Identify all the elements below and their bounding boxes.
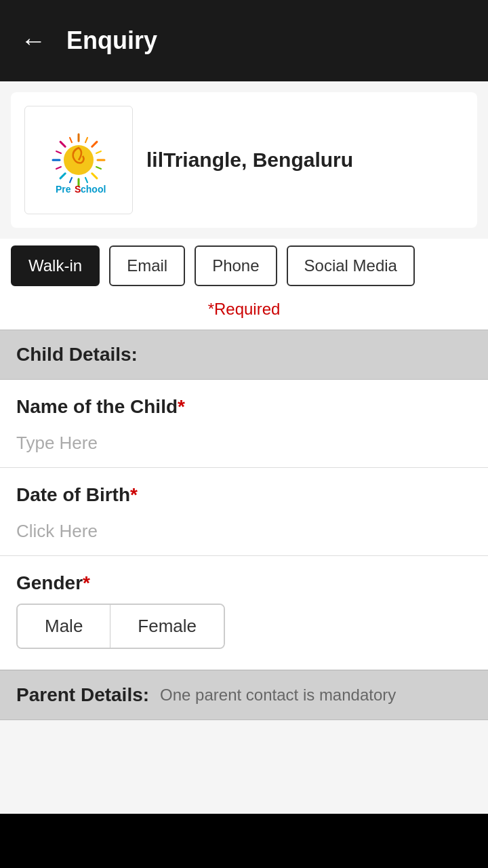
source-btn-walkin[interactable]: Walk-in [11, 245, 100, 286]
svg-line-14 [56, 167, 61, 169]
school-logo: Pre S chool [38, 119, 119, 201]
child-name-label: Name of the Child* [16, 396, 472, 418]
child-details-label: Child Details: [16, 344, 138, 365]
bottom-bar [0, 814, 488, 868]
parent-details-subtext: One parent contact is mandatory [160, 686, 396, 705]
source-btn-email[interactable]: Email [109, 245, 185, 286]
main-content: Pre S chool lilTriangle, Bengaluru Walk-… [0, 81, 488, 814]
school-logo-container: Pre S chool [24, 106, 133, 214]
svg-line-8 [60, 142, 65, 146]
required-row: *Required [0, 293, 488, 330]
svg-line-2 [92, 142, 97, 146]
svg-line-4 [92, 174, 97, 178]
child-details-header: Child Details: [0, 330, 488, 380]
dob-field: Date of Birth* [0, 468, 488, 556]
svg-line-11 [96, 167, 101, 169]
required-text: *Required [208, 300, 281, 318]
back-button[interactable]: ← [20, 28, 46, 54]
dob-input[interactable] [16, 514, 472, 555]
gender-required-star: * [83, 572, 90, 593]
source-btn-phone[interactable]: Phone [195, 245, 277, 286]
svg-text:Pre: Pre [56, 184, 71, 195]
dob-required-star: * [130, 484, 138, 505]
child-name-required-star: * [178, 396, 185, 417]
child-name-field: Name of the Child* [0, 380, 488, 468]
gender-buttons-group: Male Female [16, 604, 225, 649]
svg-line-10 [96, 151, 101, 153]
svg-text:S: S [75, 184, 81, 195]
school-card: Pre S chool lilTriangle, Bengaluru [11, 92, 477, 228]
gender-male-button[interactable]: Male [18, 605, 110, 648]
svg-line-9 [85, 138, 87, 142]
source-btn-socialmedia[interactable]: Social Media [287, 245, 415, 286]
parent-details-label: Parent Details: [16, 684, 149, 706]
svg-line-15 [56, 151, 61, 153]
dob-label: Date of Birth* [16, 484, 472, 506]
school-name: lilTriangle, Bengaluru [146, 149, 353, 172]
svg-line-6 [60, 174, 65, 178]
gender-field: Gender* Male Female [0, 556, 488, 670]
svg-line-13 [70, 178, 72, 182]
child-name-input[interactable] [16, 426, 472, 467]
parent-details-header: Parent Details: One parent contact is ma… [0, 670, 488, 720]
source-buttons-container: Walk-in Email Phone Social Media [0, 239, 488, 293]
page-title: Enquiry [66, 26, 157, 55]
svg-line-12 [85, 178, 87, 182]
svg-text:chool: chool [81, 184, 106, 195]
gender-female-button[interactable]: Female [110, 605, 224, 648]
svg-line-16 [70, 138, 72, 142]
top-bar: ← Enquiry [0, 0, 488, 81]
gender-label: Gender* [16, 572, 472, 594]
